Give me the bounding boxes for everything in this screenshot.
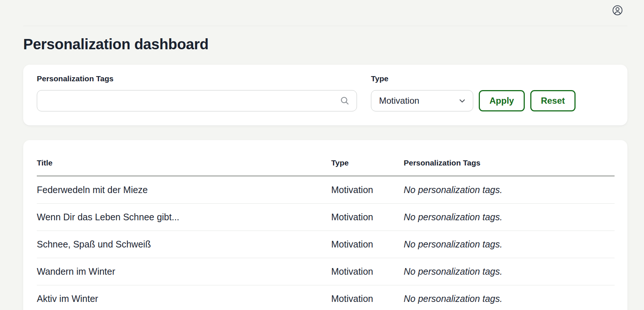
column-header-tags: Personalization Tags — [404, 140, 615, 176]
reset-button[interactable]: Reset — [530, 90, 576, 111]
cell-tags: No personalization tags. — [404, 258, 615, 285]
tags-filter-field: Personalization Tags — [37, 74, 357, 111]
type-select-value: Motivation — [379, 96, 419, 106]
cell-tags: No personalization tags. — [404, 204, 615, 231]
chevron-down-icon — [458, 96, 467, 105]
type-filter-label: Type — [371, 74, 473, 83]
cell-type: Motivation — [331, 285, 404, 310]
cell-tags: No personalization tags. — [404, 285, 615, 310]
cell-title: Aktiv im Winter — [37, 285, 331, 310]
type-filter-field: Type Motivation — [371, 74, 473, 111]
tags-filter-input-wrap — [37, 90, 357, 111]
column-header-title: Title — [37, 140, 331, 176]
column-header-type: Type — [331, 140, 404, 176]
cell-title: Federwedeln mit der Mieze — [37, 176, 331, 204]
table-row: Schnee, Spaß und Schweiß Motivation No p… — [37, 231, 615, 258]
cell-tags: No personalization tags. — [404, 176, 615, 204]
cell-title: Schnee, Spaß und Schweiß — [37, 231, 331, 258]
filter-card: Personalization Tags Type Motivation App… — [23, 65, 627, 125]
top-bar — [0, 0, 644, 26]
cell-tags: No personalization tags. — [404, 231, 615, 258]
top-bar-inner — [23, 0, 627, 26]
cell-type: Motivation — [331, 176, 404, 204]
page-title: Personalization dashboard — [23, 36, 627, 52]
content-table-card: Title Type Personalization Tags Federwed… — [23, 140, 627, 310]
user-circle-icon — [612, 5, 623, 15]
cell-type: Motivation — [331, 258, 404, 285]
apply-button[interactable]: Apply — [479, 90, 525, 111]
cell-type: Motivation — [331, 204, 404, 231]
content-table: Title Type Personalization Tags Federwed… — [37, 140, 615, 310]
cell-title: Wenn Dir das Leben Schnee gibt... — [37, 204, 331, 231]
table-row: Aktiv im Winter Motivation No personaliz… — [37, 285, 615, 310]
table-row: Wandern im Winter Motivation No personal… — [37, 258, 615, 285]
cell-type: Motivation — [331, 231, 404, 258]
cell-title: Wandern im Winter — [37, 258, 331, 285]
table-row: Federwedeln mit der Mieze Motivation No … — [37, 176, 615, 204]
type-select[interactable]: Motivation — [371, 90, 473, 111]
user-menu-button[interactable] — [612, 5, 623, 16]
tags-filter-input[interactable] — [37, 90, 357, 111]
table-header-row: Title Type Personalization Tags — [37, 140, 615, 176]
table-row: Wenn Dir das Leben Schnee gibt... Motiva… — [37, 204, 615, 231]
main-content: Personalization dashboard Personalizatio… — [23, 36, 627, 310]
tags-filter-label: Personalization Tags — [37, 74, 357, 83]
